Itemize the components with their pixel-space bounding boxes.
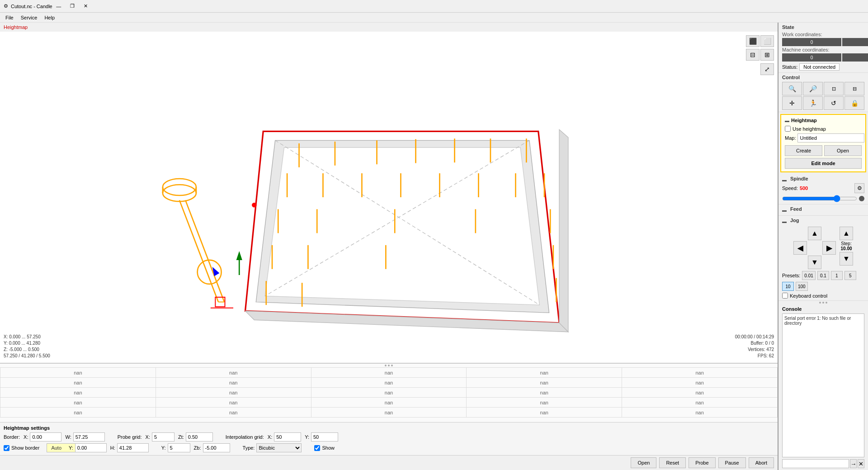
interp-x-input[interactable]	[274, 432, 301, 442]
menu-help[interactable]: Help	[41, 14, 58, 21]
right-panel: State Work coordinates: Machine coordina…	[778, 23, 868, 470]
view-top-button[interactable]: ⊟	[746, 49, 760, 61]
minimize-button[interactable]: —	[52, 2, 65, 11]
svg-marker-48	[559, 129, 568, 332]
app-icon: ⚙	[4, 3, 8, 9]
work-x-field[interactable]	[782, 38, 841, 46]
ctrl-add-button[interactable]: ✛	[782, 96, 802, 110]
view-perspective-button[interactable]: ⬜	[760, 35, 774, 47]
view-3d-button[interactable]: ⬛	[746, 35, 760, 47]
probe-y-input[interactable]	[168, 443, 190, 452]
console-clear-button[interactable]: ✕	[858, 459, 864, 468]
console-send-button[interactable]: →	[850, 459, 857, 468]
border-h-input[interactable]	[117, 443, 149, 452]
interp-y-label: Y:	[305, 434, 309, 440]
interp-x-label: X:	[268, 434, 272, 440]
ctrl-home-button[interactable]: 🔍	[782, 82, 802, 95]
viewport[interactable]: ⬛ ⬜ ⊟ ⊞ ⤢ X: 0.000 ... 57.250 Y: 0.000 .…	[0, 32, 778, 363]
grid-cell: nan	[467, 378, 622, 388]
jog-z-down-button[interactable]: ▼	[840, 252, 853, 266]
jog-down-button[interactable]: ▼	[808, 256, 821, 269]
interp-y-input[interactable]	[311, 432, 338, 442]
hm-panel-title: Heightmap	[791, 118, 817, 123]
jog-z-up-button[interactable]: ▲	[840, 227, 853, 240]
type-select[interactable]: Bicubic	[256, 443, 302, 452]
jog-title: Jog	[790, 218, 799, 223]
grid-cell: nan	[311, 378, 467, 388]
jog-z-col: ▲ Step: 10.00 ▼	[840, 227, 853, 269]
view-side-button[interactable]: ⊞	[760, 49, 774, 61]
console-input-field[interactable]	[782, 459, 849, 468]
ctrl-redo-button[interactable]: ↺	[824, 96, 844, 110]
maximize-button[interactable]: ❐	[66, 2, 79, 11]
probe-x-input[interactable]	[152, 432, 175, 442]
machine-y-field[interactable]	[842, 53, 868, 62]
jog-section: ▬ Jog ▲ ◀ ▶ ▼	[778, 216, 868, 301]
x-range-text: X: 0.000 ... 57.250	[4, 334, 50, 340]
jog-xy-grid: ▲ ◀ ▶ ▼	[793, 227, 836, 269]
grid-cell: nan	[156, 368, 311, 378]
work-y-field[interactable]	[842, 38, 868, 46]
feed-header: ▬ Feed	[782, 206, 864, 214]
ctrl-lock-button[interactable]: 🔒	[844, 96, 864, 110]
preset-100-button[interactable]: 100	[796, 282, 808, 291]
jog-up-button[interactable]: ▲	[808, 227, 821, 240]
preset-01-button[interactable]: 0.1	[817, 271, 829, 280]
pause-button[interactable]: Pause	[718, 457, 746, 468]
spindle-collapse[interactable]: ▬	[782, 177, 787, 182]
svg-point-41	[252, 203, 257, 208]
ctrl-fit-button[interactable]: ⊡	[824, 82, 844, 95]
preset-5-button[interactable]: 5	[844, 271, 856, 280]
console-title: Console	[782, 306, 864, 312]
probe-button[interactable]: Probe	[689, 457, 715, 468]
use-heightmap-checkbox[interactable]	[785, 126, 791, 132]
spindle-slider[interactable]	[782, 195, 857, 202]
machine-x-field[interactable]	[782, 53, 841, 62]
show-border-checkbox[interactable]	[4, 445, 9, 451]
hm-header: ▬ Heightmap	[785, 118, 862, 123]
hm-create-button[interactable]: Create	[785, 145, 822, 156]
jog-collapse[interactable]: ▬	[782, 219, 787, 224]
grid-cell: nan	[467, 398, 622, 408]
left-area: Heightmap	[0, 23, 778, 470]
hm-map-input[interactable]	[797, 133, 864, 142]
zt-input[interactable]	[186, 432, 213, 442]
ctrl-zoom-out-button[interactable]: 🔎	[803, 82, 823, 95]
grid-cell: nan	[156, 398, 311, 408]
hm-edit-button[interactable]: Edit mode	[785, 158, 862, 169]
ctrl-reset-button[interactable]: ⊟	[844, 82, 864, 95]
close-button[interactable]: ✕	[80, 2, 92, 11]
preset-10-button[interactable]: 10	[782, 282, 794, 291]
spindle-gear-button[interactable]: ⚙	[854, 183, 864, 193]
menu-service[interactable]: Service	[17, 14, 41, 21]
grid-cell: nan	[622, 398, 778, 408]
zb-label: Zb:	[194, 445, 201, 451]
open-button[interactable]: Open	[631, 457, 656, 468]
zb-input[interactable]	[203, 443, 230, 452]
border-w-input[interactable]	[73, 432, 105, 442]
grid-cell: nan	[467, 368, 622, 378]
show-checkbox[interactable]	[314, 445, 320, 451]
border-x-input[interactable]	[30, 432, 61, 442]
ctrl-run-button[interactable]: 🏃	[803, 96, 823, 110]
jog-right-button[interactable]: ▶	[822, 241, 836, 255]
use-heightmap-label: Use heightmap	[793, 126, 826, 132]
menu-file[interactable]: File	[2, 14, 17, 21]
feed-collapse[interactable]: ▬	[782, 208, 787, 213]
reset-button[interactable]: Reset	[659, 457, 686, 468]
buffer-text: Buffer: 0 / 0	[735, 340, 774, 347]
grid-cell: nan	[0, 378, 156, 388]
preset-001-button[interactable]: 0.01	[802, 271, 815, 280]
border-y-input[interactable]	[75, 443, 107, 452]
step-text: Step:	[840, 241, 852, 246]
hm-collapse-button[interactable]: ▬	[785, 118, 789, 123]
preset-1-button[interactable]: 1	[831, 271, 843, 280]
hm-open-button[interactable]: Open	[824, 145, 862, 156]
spindle-section: ▬ Spindle Speed: 500 ⚙	[778, 174, 868, 204]
show-label: Show	[322, 445, 335, 451]
jog-left-button[interactable]: ◀	[793, 241, 807, 255]
keyboard-checkbox[interactable]	[782, 293, 788, 299]
fullscreen-button[interactable]: ⤢	[760, 63, 774, 75]
hm-map-row: Map:	[785, 133, 862, 142]
abort-button[interactable]: Abort	[749, 457, 774, 468]
